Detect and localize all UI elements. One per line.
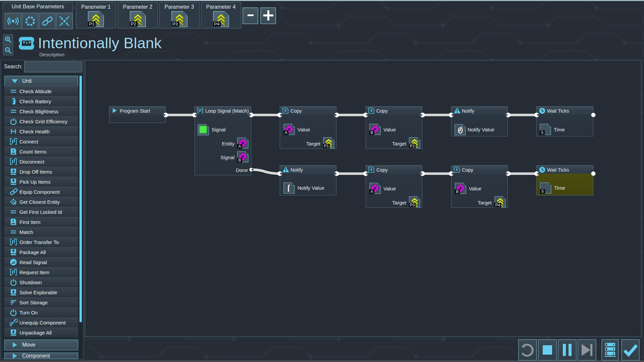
- svg-text:0: 0: [458, 126, 463, 135]
- svg-text:?: ?: [12, 149, 14, 153]
- svg-text:?: ?: [12, 219, 14, 223]
